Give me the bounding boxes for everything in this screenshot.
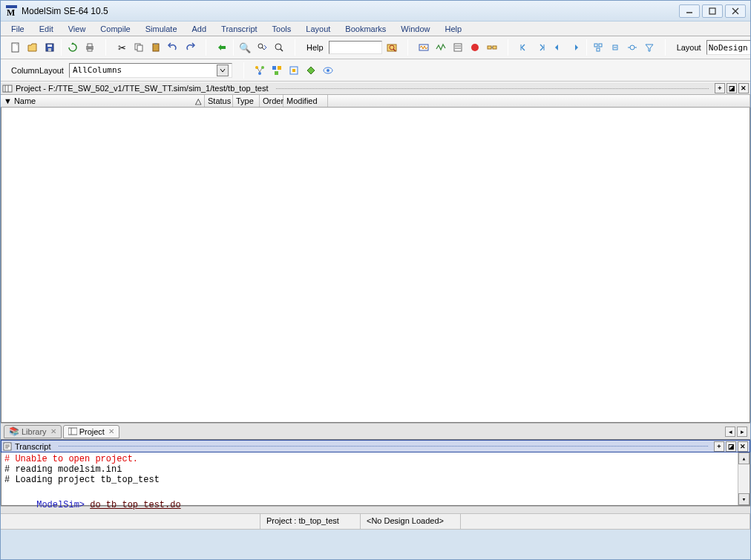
menu-window[interactable]: Window <box>395 23 436 35</box>
cut-icon[interactable]: ✂ <box>114 40 129 55</box>
scroll-down-icon[interactable]: ▾ <box>738 493 750 505</box>
locals-icon[interactable] <box>304 63 318 78</box>
structure-icon[interactable] <box>252 63 267 78</box>
transcript-header: Transcript + ◪ ✕ <box>1 440 750 452</box>
cursor-next-icon[interactable] <box>534 40 548 55</box>
menu-simulate[interactable]: Simulate <box>140 23 183 35</box>
transcript-scrollbar[interactable]: ▴ ▾ <box>738 452 750 505</box>
processes-icon[interactable] <box>286 63 301 78</box>
new-file-icon[interactable] <box>8 40 23 55</box>
menu-file[interactable]: File <box>5 23 30 35</box>
svg-rect-47 <box>275 71 278 75</box>
wave-tool-icon[interactable] <box>433 40 448 55</box>
panel-dock-button[interactable]: ◪ <box>726 441 736 452</box>
svg-rect-9 <box>48 48 51 51</box>
close-icon[interactable]: ✕ <box>108 427 114 435</box>
panel-add-button[interactable]: + <box>715 83 725 93</box>
column-modified[interactable]: Modified <box>283 95 328 107</box>
column-layout-value: AllColumns <box>73 65 122 75</box>
cursor-extra1-icon[interactable] <box>551 40 565 55</box>
toggle-leaf-icon[interactable] <box>625 40 640 55</box>
print-icon[interactable] <box>82 40 97 55</box>
layout-select[interactable]: NoDesign ▾ <box>706 40 751 55</box>
help-input[interactable] <box>329 41 382 54</box>
filter-icon[interactable] <box>642 40 657 55</box>
column-layout-label: ColumnLayout <box>4 66 67 75</box>
panel-close-button[interactable]: ✕ <box>738 441 748 452</box>
project-panel-header: Project - F:/TTE_SW_502_v1/TTE_SW_TT.sim… <box>1 82 750 95</box>
toolbar-row-2: ColumnLayout AllColumns <box>1 59 750 82</box>
refresh-icon[interactable] <box>65 40 80 55</box>
cursor-prev-icon[interactable] <box>516 40 531 55</box>
panel-add-button[interactable]: + <box>714 441 724 452</box>
watch-icon[interactable] <box>321 63 335 78</box>
transcript-icon <box>3 442 12 451</box>
menu-bookmarks[interactable]: Bookmarks <box>339 23 392 35</box>
wave-add-icon[interactable] <box>416 40 431 55</box>
find-icon[interactable]: 🔍 <box>237 40 252 55</box>
tab-project-label: Project <box>79 427 105 436</box>
panel-close-button[interactable]: ✕ <box>738 83 749 93</box>
column-layout-select[interactable]: AllColumns <box>69 63 232 78</box>
chevron-down-icon <box>217 65 229 76</box>
column-type[interactable]: Type <box>233 95 260 107</box>
list-window-icon[interactable] <box>450 40 465 55</box>
collapse-all-icon[interactable] <box>608 40 623 55</box>
svg-rect-15 <box>153 44 159 51</box>
svg-point-39 <box>630 45 634 50</box>
menu-layout[interactable]: Layout <box>300 23 336 35</box>
transcript-line: # Unable to open project. <box>4 454 747 464</box>
svg-rect-36 <box>597 48 600 51</box>
break-icon[interactable] <box>468 40 482 55</box>
redo-icon[interactable] <box>183 40 197 55</box>
cursor-extra2-icon[interactable] <box>568 40 583 55</box>
menu-transcript[interactable]: Transcript <box>215 23 263 35</box>
tabs-scroll-left[interactable]: ◂ <box>725 426 735 437</box>
app-icon: M <box>5 5 17 17</box>
tab-project[interactable]: Project ✕ <box>63 425 119 438</box>
expand-all-icon[interactable] <box>591 40 606 55</box>
svg-rect-29 <box>488 46 491 49</box>
paste-icon[interactable] <box>148 40 163 55</box>
project-panel-icon <box>2 84 13 93</box>
scroll-up-icon[interactable]: ▴ <box>738 452 750 464</box>
open-file-icon[interactable] <box>25 40 40 55</box>
tab-library[interactable]: 📚 Library ✕ <box>4 425 62 438</box>
transcript-line: # reading modelsim.ini <box>4 464 747 475</box>
maximize-button[interactable] <box>702 4 723 18</box>
column-order[interactable]: Order <box>260 95 283 107</box>
dataflow-icon[interactable] <box>485 40 499 55</box>
svg-rect-49 <box>292 69 295 72</box>
svg-point-19 <box>275 44 281 50</box>
save-icon[interactable] <box>42 40 57 55</box>
project-columns: ▼ Name△ Status Type Order Modified <box>1 95 750 108</box>
menu-compile[interactable]: Compile <box>94 23 136 35</box>
close-icon[interactable]: ✕ <box>50 427 56 435</box>
find-next-icon[interactable] <box>255 40 269 55</box>
svg-rect-14 <box>137 45 142 51</box>
objects-icon[interactable] <box>269 63 284 78</box>
close-button[interactable] <box>725 4 746 18</box>
panel-dock-button[interactable]: ◪ <box>727 83 737 93</box>
transcript-title: Transcript <box>12 442 54 451</box>
column-name[interactable]: ▼ Name△ <box>1 95 205 107</box>
menu-add[interactable]: Add <box>186 23 213 35</box>
minimize-button[interactable] <box>679 4 700 18</box>
column-status[interactable]: Status <box>205 95 233 107</box>
transcript-body[interactable]: # Unable to open project.# reading model… <box>1 452 750 506</box>
menu-help[interactable]: Help <box>439 23 468 35</box>
copy-icon[interactable] <box>131 40 146 55</box>
undo-icon[interactable] <box>165 40 180 55</box>
menu-tools[interactable]: Tools <box>266 23 298 35</box>
project-body[interactable] <box>1 108 750 423</box>
svg-point-28 <box>471 44 479 51</box>
tab-library-label: Library <box>22 427 47 436</box>
compile-icon[interactable] <box>214 40 229 55</box>
svg-rect-35 <box>599 44 602 47</box>
zoom-icon[interactable] <box>272 40 286 55</box>
tabs-scroll-right[interactable]: ▸ <box>737 426 747 437</box>
help-go-icon[interactable] <box>384 40 399 55</box>
menu-edit[interactable]: Edit <box>33 23 59 35</box>
transcript-command[interactable]: do tb_top_test.do <box>90 500 180 510</box>
menu-view[interactable]: View <box>62 23 92 35</box>
